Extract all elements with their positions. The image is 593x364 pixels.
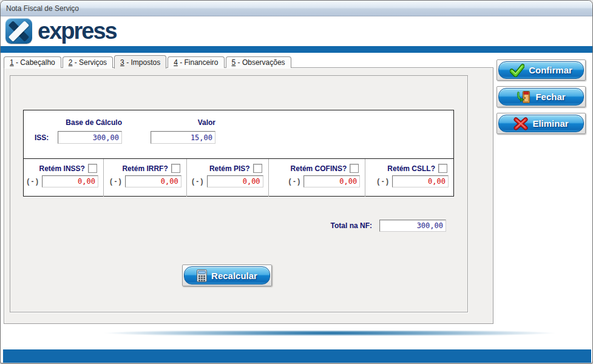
fechar-label: Fechar [535, 92, 565, 102]
tab-observacoes[interactable]: 5 - Observações [226, 56, 291, 68]
tab-cabecalho[interactable]: 1 - Cabeçalho [4, 56, 61, 68]
retencao-irrf-column: Retém IRRF? ( - ) [103, 159, 186, 197]
title-bar: Nota Fiscal de Serviço [1, 1, 592, 16]
logo-row: express [1, 17, 592, 46]
retem-cofins-label: Retém COFINS? [291, 164, 347, 173]
retencao-inss-column: Retém INSS? ( - ) [24, 159, 103, 197]
retem-cofins-checkbox[interactable] [350, 164, 359, 173]
window-title: Nota Fiscal de Serviço [6, 4, 79, 13]
retencao-csll-column: Retém CSLL? ( - ) [365, 159, 453, 197]
decorative-gradient-line [34, 331, 562, 335]
tax-group-box: Base de Cálculo Valor ISS: Retém INSS? (… [23, 110, 454, 197]
eliminar-label: Eliminar [532, 118, 568, 129]
iss-base-input[interactable] [58, 131, 122, 144]
confirmar-label: Confirmar [529, 65, 572, 75]
recalcular-label: Recalcular [211, 271, 257, 281]
iss-label: ISS: [35, 133, 49, 142]
logo-text: express [38, 18, 117, 44]
csll-value-input[interactable] [392, 175, 449, 187]
tab-strip: 1 - Cabeçalho 2 - Serviços 3 - Impostos … [4, 55, 293, 68]
confirmar-button[interactable]: Confirmar [496, 59, 586, 81]
inss-value-input[interactable] [42, 175, 98, 187]
minus-sign-label: ( - ) [289, 177, 300, 186]
retem-irrf-checkbox[interactable] [171, 164, 180, 173]
minus-sign-label: ( - ) [192, 177, 203, 186]
total-nf-label: Total na NF: [299, 221, 372, 230]
minus-sign-label: ( - ) [110, 177, 121, 186]
retem-irrf-label: Retém IRRF? [122, 164, 168, 173]
retem-csll-label: Retém CSLL? [387, 164, 435, 173]
valor-header: Valor [129, 118, 215, 127]
green-check-icon [510, 64, 524, 77]
fechar-button[interactable]: Fechar [496, 86, 586, 107]
red-x-icon [513, 117, 528, 130]
retencao-pis-column: Retém PIS? ( - ) [186, 159, 268, 197]
eliminar-button[interactable]: Eliminar [496, 113, 586, 134]
pis-value-input[interactable] [207, 175, 263, 187]
base-calculo-header: Base de Cálculo [36, 118, 122, 127]
retem-pis-checkbox[interactable] [253, 164, 262, 173]
retention-section: Retém INSS? ( - ) Retém IRRF? [24, 159, 453, 197]
calculator-icon [197, 269, 207, 282]
retem-inss-checkbox[interactable] [88, 164, 97, 173]
irrf-value-input[interactable] [125, 175, 181, 187]
tab-servicos[interactable]: 2 - Serviços [63, 56, 113, 68]
minus-sign-label: ( - ) [27, 177, 38, 186]
footer-bar [3, 349, 591, 363]
iss-section: Base de Cálculo Valor ISS: [24, 110, 453, 159]
tab-page-impostos: Base de Cálculo Valor ISS: Retém INSS? (… [4, 67, 493, 324]
total-nf-input[interactable] [379, 220, 446, 232]
minus-sign-label: ( - ) [377, 177, 388, 186]
recalcular-button[interactable]: Recalcular [182, 265, 272, 286]
action-button-column: Confirmar Fechar [496, 59, 586, 134]
cofins-value-input[interactable] [303, 175, 360, 187]
tab-financeiro[interactable]: 4 - Financeiro [168, 56, 224, 68]
exit-door-icon [517, 90, 531, 104]
app-window: Nota Fiscal de Serviço express 1 - Cabeç… [0, 0, 593, 364]
retem-pis-label: Retém PIS? [209, 164, 250, 173]
retencao-cofins-column: Retém COFINS? ( - ) [268, 159, 365, 197]
express-logo: express [5, 18, 117, 44]
tab-impostos[interactable]: 3 - Impostos [114, 55, 166, 69]
iss-valor-input[interactable] [151, 131, 215, 144]
retem-csll-checkbox[interactable] [438, 164, 447, 173]
impostos-panel: Base de Cálculo Valor ISS: Retém INSS? (… [10, 75, 468, 312]
retem-inss-label: Retém INSS? [39, 164, 85, 173]
express-x-icon [5, 18, 32, 44]
header-divider-bar [1, 46, 592, 53]
